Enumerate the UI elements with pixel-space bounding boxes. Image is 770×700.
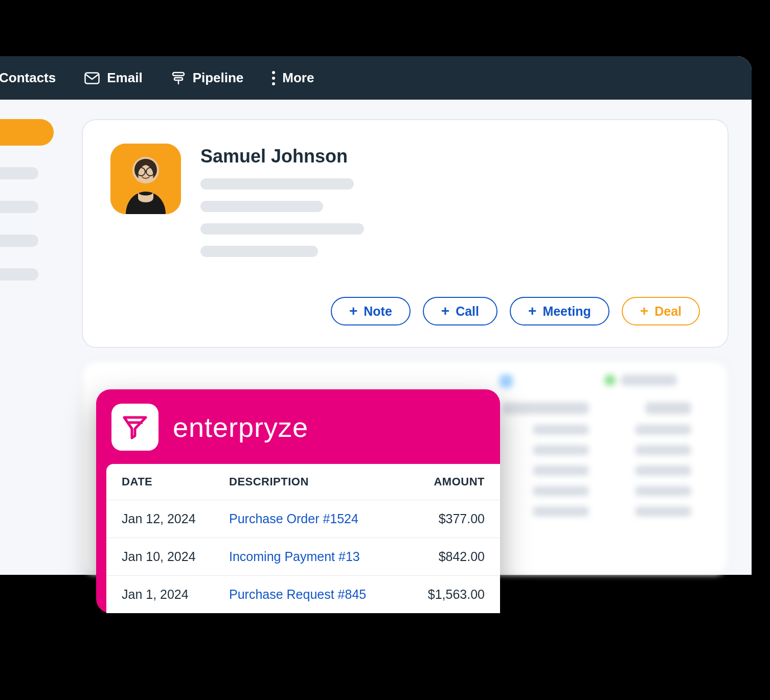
sidebar-item-active[interactable]: [0, 119, 54, 146]
table-row: Jan 10, 2024 Incoming Payment #13 $842.0…: [106, 538, 500, 575]
enterpryze-widget: enterpryze DATE DESCRIPTION AMOUNT Jan 1…: [96, 389, 500, 613]
enterpryze-logo-icon: [111, 404, 158, 451]
table-row: Jan 12, 2024 Purchase Order #1524 $377.0…: [106, 500, 500, 538]
add-meeting-button[interactable]: + Meeting: [510, 297, 609, 325]
button-label: Call: [456, 304, 479, 319]
skeleton-line: [200, 246, 318, 257]
nav-more[interactable]: More: [272, 70, 314, 86]
cell-date: Jan 12, 2024: [122, 511, 229, 526]
col-desc: DESCRIPTION: [229, 475, 393, 488]
action-row: + Note + Call + Meeting + Deal: [110, 297, 700, 325]
svg-rect-1: [173, 73, 184, 76]
button-label: Meeting: [542, 304, 591, 319]
contact-card: Samuel Johnson + Note + Call +: [82, 119, 729, 348]
button-label: Deal: [654, 304, 682, 319]
cell-desc[interactable]: Incoming Payment #13: [229, 549, 393, 564]
contact-name: Samuel Johnson: [200, 146, 700, 167]
button-label: Note: [364, 304, 392, 319]
sidebar-item[interactable]: [0, 167, 38, 179]
cell-date: Jan 1, 2024: [122, 587, 229, 602]
transactions-table: DATE DESCRIPTION AMOUNT Jan 12, 2024 Pur…: [106, 464, 500, 613]
more-dots-icon: [272, 71, 275, 85]
sidebar-item[interactable]: [0, 235, 38, 247]
nav-label: Contacts: [0, 70, 56, 86]
col-date: DATE: [122, 475, 229, 488]
cell-desc[interactable]: Purchase Request #845: [229, 587, 393, 602]
pipeline-icon: [171, 71, 186, 85]
add-call-button[interactable]: + Call: [423, 297, 497, 325]
nav-label: More: [282, 70, 314, 86]
col-amount: AMOUNT: [393, 475, 485, 488]
nav-email[interactable]: Email: [84, 70, 142, 86]
cell-date: Jan 10, 2024: [122, 549, 229, 564]
cell-desc[interactable]: Purchase Order #1524: [229, 511, 393, 526]
skeleton-line: [200, 178, 354, 190]
add-note-button[interactable]: + Note: [331, 297, 411, 325]
skeleton-line: [200, 201, 323, 212]
svg-rect-0: [85, 73, 99, 83]
plus-icon: +: [640, 304, 648, 318]
plus-icon: +: [441, 304, 449, 318]
sidebar: [0, 119, 77, 281]
top-nav: Contacts Email Pipeline: [0, 56, 752, 100]
table-row: Jan 1, 2024 Purchase Request #845 $1,563…: [106, 575, 500, 613]
sidebar-item[interactable]: [0, 201, 38, 213]
mail-icon: [84, 72, 100, 84]
sidebar-item[interactable]: [0, 268, 38, 281]
enterpryze-brand: enterpryze: [173, 411, 308, 443]
nav-label: Email: [107, 70, 142, 86]
cell-amount: $1,563.00: [393, 587, 485, 602]
cell-amount: $377.00: [393, 511, 485, 526]
plus-icon: +: [349, 304, 357, 318]
skeleton-line: [200, 223, 364, 235]
add-deal-button[interactable]: + Deal: [622, 297, 700, 325]
avatar: [110, 144, 181, 214]
plus-icon: +: [528, 304, 536, 318]
nav-label: Pipeline: [193, 70, 244, 86]
cell-amount: $842.00: [393, 549, 485, 564]
nav-pipeline[interactable]: Pipeline: [171, 70, 244, 86]
table-header: DATE DESCRIPTION AMOUNT: [106, 464, 500, 500]
nav-contacts[interactable]: Contacts: [0, 70, 56, 86]
